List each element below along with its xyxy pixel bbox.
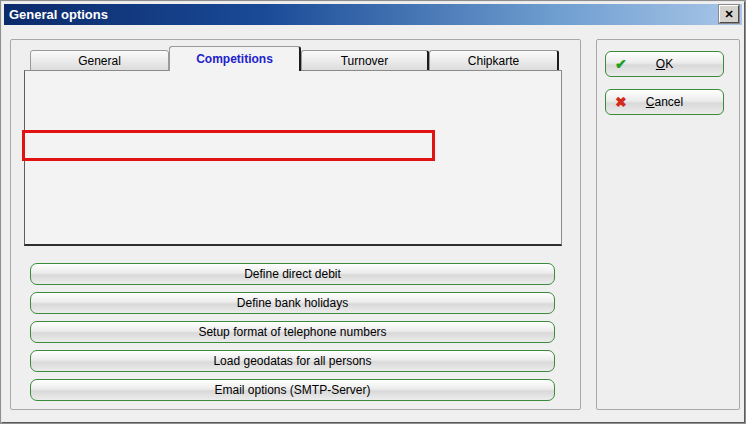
tab-turnover[interactable]: Turnover — [301, 50, 429, 71]
action-button-label: Define bank holidays — [237, 296, 348, 310]
tab-general[interactable]: General — [30, 50, 169, 71]
setup-telephone-format-button[interactable]: Setup format of telephone numbers — [30, 321, 555, 343]
action-button-label: Setup format of telephone numbers — [198, 325, 386, 339]
cross-icon: ✖ — [615, 94, 627, 110]
tab-competitions-label: Competitions — [196, 52, 273, 66]
define-bank-holidays-button[interactable]: Define bank holidays — [30, 292, 555, 314]
action-button-label: Load geodatas for all persons — [213, 354, 371, 368]
action-button-label: Define direct debit — [244, 267, 341, 281]
cancel-button[interactable]: ✖ Cancel — [605, 89, 724, 115]
ok-button[interactable]: ✔ OK — [605, 51, 724, 77]
close-button[interactable]: ✕ — [719, 5, 739, 23]
tab-competitions[interactable]: Competitions — [169, 46, 301, 71]
close-icon: ✕ — [724, 8, 733, 21]
check-icon: ✔ — [615, 56, 627, 72]
define-direct-debit-button[interactable]: Define direct debit — [30, 263, 555, 285]
tab-turnover-label: Turnover — [341, 54, 389, 68]
window-title: General options — [9, 7, 108, 22]
load-geodatas-button[interactable]: Load geodatas for all persons — [30, 350, 555, 372]
cancel-button-label: Cancel — [646, 95, 683, 109]
titlebar: General options — [4, 4, 742, 25]
tab-chipkarte[interactable]: Chipkarte — [429, 50, 559, 71]
ok-button-label: OK — [656, 57, 673, 71]
tab-page-competitions — [24, 70, 562, 246]
action-button-label: Email options (SMTP-Server) — [214, 383, 370, 397]
tab-general-label: General — [78, 54, 121, 68]
general-options-dialog: General options ✕ General Competitions T… — [0, 0, 746, 424]
email-options-button[interactable]: Email options (SMTP-Server) — [30, 379, 555, 401]
tab-chipkarte-label: Chipkarte — [468, 54, 519, 68]
